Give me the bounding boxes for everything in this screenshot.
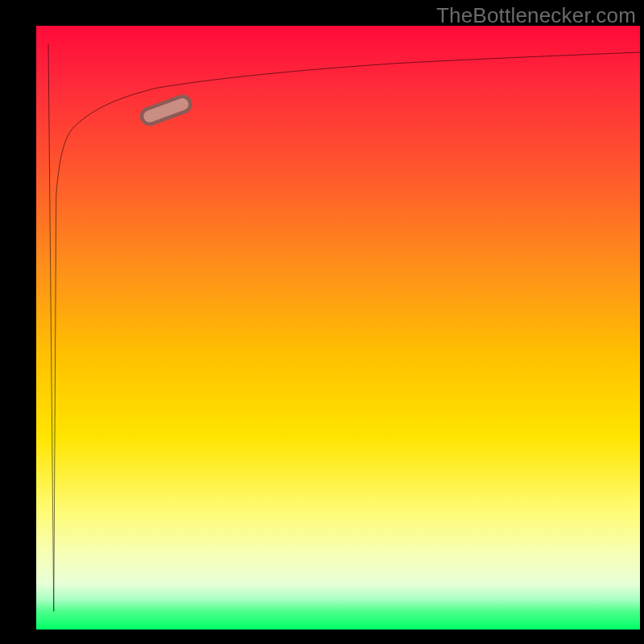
curve-marker [139,94,192,126]
curve-svg [36,26,640,630]
watermark-text: TheBottlenecker.com [436,3,636,28]
svg-rect-0 [139,94,192,126]
chart-frame: TheBottlenecker.com [0,0,644,644]
plot-area [36,26,640,630]
bottleneck-curve [48,44,640,612]
